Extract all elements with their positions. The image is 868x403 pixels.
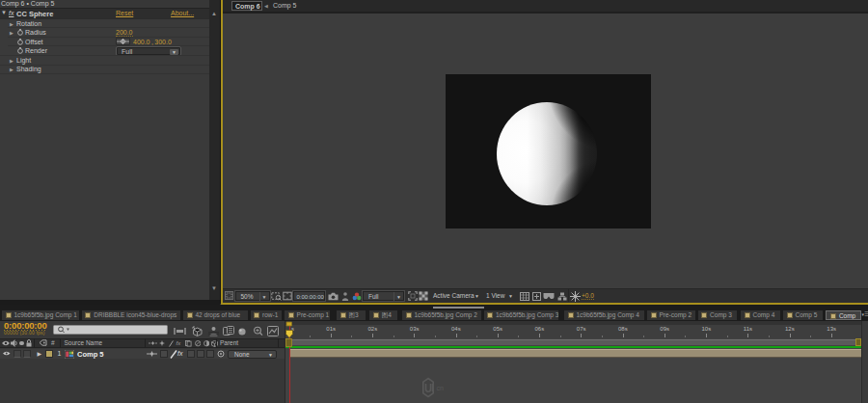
svg-text:cn: cn: [437, 385, 445, 391]
